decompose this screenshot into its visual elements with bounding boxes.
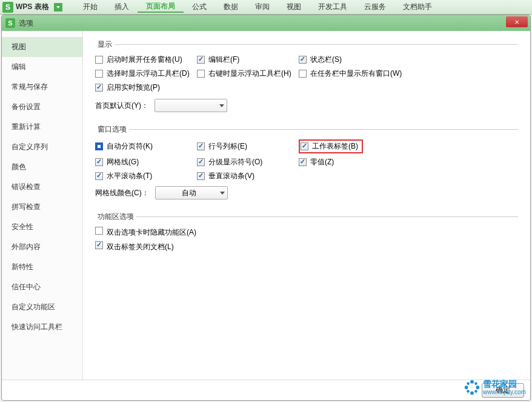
label-dblclick-close: 双击标签关闭文档(L) (107, 243, 174, 251)
sidebar-item-custom-list[interactable]: 自定义序列 (2, 137, 82, 157)
label-row-col-headers: 行号列标(E) (208, 141, 247, 152)
sidebar-item-edit[interactable]: 编辑 (2, 57, 82, 77)
sidebar-item-recalc[interactable]: 重新计算 (2, 117, 82, 137)
checkbox-auto-page-break[interactable] (95, 142, 103, 150)
checkbox-float-sel[interactable] (95, 70, 103, 78)
menu-review[interactable]: 审阅 (247, 2, 278, 12)
menu-start[interactable]: 开始 (75, 2, 106, 12)
checkbox-startup-pane[interactable] (95, 56, 103, 64)
sidebar-item-external[interactable]: 外部内容 (2, 237, 82, 257)
menu-page-layout[interactable]: 页面布局 (138, 1, 184, 13)
combo-gridline-color[interactable]: 自动 (155, 186, 228, 199)
checkbox-v-scroll[interactable] (197, 172, 205, 180)
app-menu-dropdown[interactable] (54, 3, 62, 12)
label-zero-values: 零值(Z) (310, 157, 334, 167)
svg-point-7 (474, 390, 477, 393)
menu-cloud[interactable]: 云服务 (356, 2, 394, 12)
combo-default-page[interactable] (155, 99, 227, 112)
label-status-bar: 状态栏(S) (310, 55, 342, 65)
checkbox-h-scroll[interactable] (95, 172, 103, 180)
dialog-icon: S (5, 18, 15, 28)
snowflake-icon (464, 379, 480, 396)
svg-point-1 (470, 391, 474, 395)
label-outline-symbols: 分级显示符号(O) (208, 157, 262, 167)
checkbox-live-preview[interactable] (95, 84, 103, 92)
svg-point-4 (467, 382, 470, 385)
svg-point-0 (470, 380, 474, 384)
menu-data[interactable]: 数据 (215, 2, 247, 12)
app-title: WPS 表格 (16, 2, 49, 12)
label-auto-page-break: 自动分页符(K) (107, 141, 153, 152)
checkbox-float-rclick[interactable] (197, 70, 205, 78)
menu-view[interactable]: 视图 (278, 2, 310, 12)
label-startup-pane: 启动时展开任务窗格(U) (107, 55, 182, 65)
sidebar-item-quick-access[interactable]: 快速访问工具栏 (2, 317, 82, 337)
label-float-sel: 选择时显示浮动工具栏(D) (107, 69, 190, 79)
menu-formula[interactable]: 公式 (184, 2, 215, 12)
checkbox-dblclick-close[interactable] (95, 241, 103, 249)
sidebar-item-color[interactable]: 颜色 (2, 157, 82, 177)
section-display-legend: 显示 (95, 39, 115, 50)
sidebar-item-spell-check[interactable]: 拼写检查 (2, 197, 82, 217)
svg-point-5 (474, 382, 477, 385)
combo-gridline-color-value: 自动 (158, 188, 220, 198)
checkbox-gridlines[interactable] (95, 158, 103, 166)
label-live-preview: 启用实时预览(P) (107, 82, 160, 93)
label-default-page: 首页默认页(Y)： (95, 101, 148, 111)
checkbox-status-bar[interactable] (299, 56, 307, 64)
checkbox-taskbar-windows[interactable] (299, 70, 307, 78)
sidebar-item-new-features[interactable]: 新特性 (2, 257, 82, 277)
label-h-scroll: 水平滚动条(T) (107, 171, 152, 181)
menu-devtools[interactable]: 开发工具 (310, 2, 356, 12)
app-icon: S (2, 2, 13, 13)
close-button[interactable] (506, 16, 528, 27)
sidebar-item-custom-ribbon[interactable]: 自定义功能区 (2, 297, 82, 317)
sidebar-item-trust-center[interactable]: 信任中心 (2, 277, 82, 297)
svg-point-8 (471, 386, 474, 389)
options-dialog: S 选项 视图 编辑 常规与保存 备份设置 重新计算 自定义序列 颜色 错误检查… (1, 15, 531, 401)
section-window-legend: 窗口选项 (95, 124, 129, 135)
svg-point-6 (467, 390, 470, 393)
dialog-body: 视图 编辑 常规与保存 备份设置 重新计算 自定义序列 颜色 错误检查 拼写检查… (2, 31, 530, 380)
checkbox-zero-values[interactable] (299, 158, 307, 166)
checkbox-sheet-tabs[interactable] (301, 142, 308, 150)
label-taskbar-windows: 在任务栏中显示所有窗口(W) (310, 69, 402, 79)
svg-point-2 (465, 386, 468, 389)
label-dblclick-hide: 双击选项卡时隐藏功能区(A) (107, 228, 196, 236)
checkbox-outline-symbols[interactable] (197, 158, 205, 166)
menubar: S WPS 表格 开始 插入 页面布局 公式 数据 审阅 视图 开发工具 云服务… (0, 0, 532, 15)
sidebar-item-security[interactable]: 安全性 (2, 217, 82, 237)
section-ribbon: 功能区选项 双击选项卡时隐藏功能区(A) 双击标签关闭文档(L) (95, 212, 518, 256)
label-gridline-color: 网格线颜色(C)： (95, 188, 149, 198)
watermark: 雪花家园 www.xhjaty.com (464, 379, 526, 396)
watermark-sub: www.xhjaty.com (483, 389, 526, 395)
label-v-scroll: 垂直滚动条(V) (208, 171, 254, 181)
label-gridlines: 网格线(G) (107, 157, 139, 167)
svg-point-3 (476, 386, 479, 389)
checkbox-row-col-headers[interactable] (197, 142, 205, 150)
menu-insert[interactable]: 插入 (106, 2, 138, 12)
label-sheet-tabs: 工作表标签(B) (312, 141, 358, 152)
sidebar-item-error-check[interactable]: 错误检查 (2, 177, 82, 197)
highlight-sheet-tabs: 工作表标签(B) (299, 139, 363, 153)
dialog-footer: 确定 (2, 380, 530, 400)
dialog-title: 选项 (19, 18, 33, 28)
options-sidebar: 视图 编辑 常规与保存 备份设置 重新计算 自定义序列 颜色 错误检查 拼写检查… (2, 31, 83, 380)
menu-doc-assistant[interactable]: 文档助手 (394, 2, 441, 12)
sidebar-item-backup[interactable]: 备份设置 (2, 97, 82, 117)
section-window: 窗口选项 自动分页符(K) 行号列标(E) 工作表标签(B) 网格线(G) 分级… (95, 124, 518, 203)
dialog-titlebar: S 选项 (2, 15, 530, 31)
label-edit-bar: 编辑栏(F) (208, 55, 239, 65)
sidebar-item-view[interactable]: 视图 (2, 37, 82, 57)
sidebar-item-general[interactable]: 常规与保存 (2, 77, 82, 97)
options-content: 显示 启动时展开任务窗格(U) 编辑栏(F) 状态栏(S) 选择时显示浮动工具栏… (83, 31, 530, 380)
checkbox-edit-bar[interactable] (197, 56, 205, 64)
section-ribbon-legend: 功能区选项 (95, 212, 136, 222)
label-float-rclick: 右键时显示浮动工具栏(H) (208, 69, 291, 79)
section-display: 显示 启动时展开任务窗格(U) 编辑栏(F) 状态栏(S) 选择时显示浮动工具栏… (95, 39, 518, 116)
watermark-main: 雪花家园 (483, 380, 526, 389)
checkbox-dblclick-hide[interactable] (95, 227, 103, 235)
